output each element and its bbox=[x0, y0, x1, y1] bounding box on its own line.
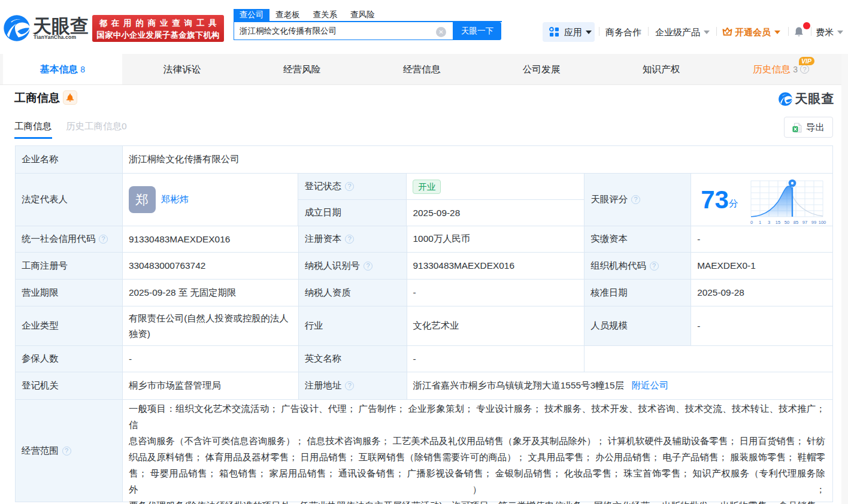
svg-text:50: 50 bbox=[785, 220, 789, 225]
svg-text:15: 15 bbox=[776, 220, 780, 225]
svg-text:0: 0 bbox=[750, 220, 753, 225]
svg-text:99: 99 bbox=[811, 220, 816, 225]
svg-text:97: 97 bbox=[802, 220, 807, 225]
svg-text:85: 85 bbox=[794, 220, 798, 225]
svg-text:3: 3 bbox=[768, 220, 770, 225]
svg-text:1: 1 bbox=[759, 220, 761, 225]
svg-text:100: 100 bbox=[819, 220, 826, 225]
